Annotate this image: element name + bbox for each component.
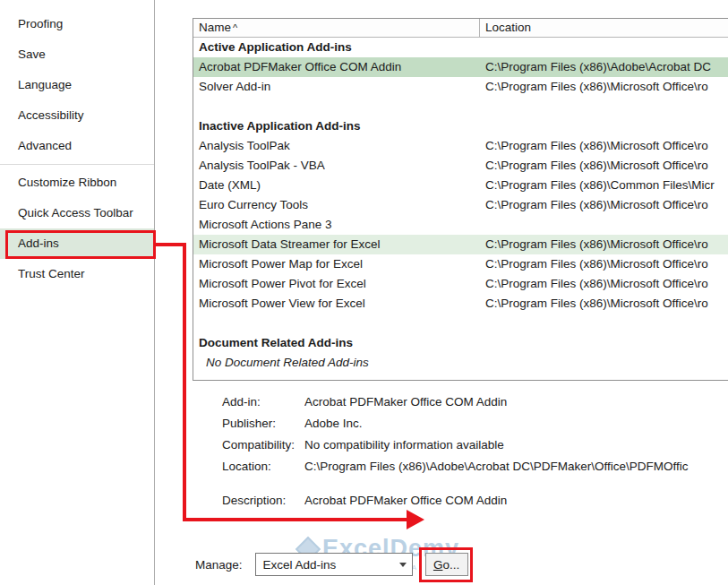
detail-value: Acrobat PDFMaker Office COM Addin: [304, 394, 724, 410]
detail-label: Compatibility:: [222, 437, 304, 453]
detail-label: Description:: [222, 493, 304, 509]
addin-row[interactable]: Acrobat PDFMaker Office COM AddinC:\Prog…: [193, 57, 728, 77]
addin-row[interactable]: Microsoft Actions Pane 3: [193, 215, 728, 235]
sidebar-item-accessibility[interactable]: Accessibility: [0, 100, 154, 131]
detail-value: C:\Program Files (x86)\Adobe\Acrobat DC\…: [304, 459, 724, 475]
blank-row: [193, 97, 728, 116]
manage-dropdown[interactable]: Excel Add-ins: [255, 553, 413, 576]
detail-label: Add-in:: [222, 394, 304, 410]
addins-pane: Name^ Location Active Application Add-in…: [156, 0, 728, 585]
manage-label: Manage:: [195, 558, 243, 572]
detail-row: Publisher:Adobe Inc.: [222, 416, 724, 432]
addin-row[interactable]: Date (XML)C:\Program Files (x86)\Common …: [193, 176, 728, 195]
section-row: Active Application Add-ins: [193, 38, 728, 57]
addin-row[interactable]: Euro Currency ToolsC:\Program Files (x86…: [193, 195, 728, 215]
sidebar-separator: [0, 164, 154, 165]
manage-row: Manage: Excel Add-ins Go...: [195, 553, 468, 576]
addin-row[interactable]: Microsoft Power View for ExcelC:\Program…: [193, 294, 728, 314]
go-button-label: o...: [442, 558, 459, 572]
addin-details: Add-in:Acrobat PDFMaker Office COM Addin…: [222, 394, 724, 514]
manage-dropdown-value: Excel Add-ins: [263, 558, 337, 572]
list-header: Name^ Location: [193, 19, 728, 38]
detail-label: Location:: [222, 459, 304, 475]
section-row: Document Related Add-ins: [193, 333, 728, 353]
addin-row[interactable]: Solver Add-inC:\Program Files (x86)\Micr…: [193, 77, 728, 97]
addin-row[interactable]: Analysis ToolPakC:\Program Files (x86)\M…: [193, 136, 728, 156]
sort-ascending-icon: ^: [233, 22, 237, 33]
sidebar-item-language[interactable]: Language: [0, 70, 154, 100]
sidebar-item-trust-center[interactable]: Trust Center: [0, 259, 154, 289]
detail-value: No compatibility information available: [304, 437, 724, 453]
detail-row: Description:Acrobat PDFMaker Office COM …: [222, 493, 724, 509]
detail-value: Adobe Inc.: [304, 416, 724, 432]
detail-label: Publisher:: [222, 416, 304, 432]
options-sidebar: Proofing Save Language Accessibility Adv…: [0, 0, 155, 585]
sidebar-item-save[interactable]: Save: [0, 39, 154, 70]
column-header-name[interactable]: Name^: [193, 19, 480, 37]
blank-row: [193, 314, 728, 333]
addins-list: Name^ Location Active Application Add-in…: [193, 18, 728, 381]
sidebar-item-customize-ribbon[interactable]: Customize Ribbon: [0, 168, 154, 198]
detail-value: Acrobat PDFMaker Office COM Addin: [304, 493, 724, 509]
go-button-accel: G: [433, 558, 443, 572]
column-header-location[interactable]: Location: [480, 19, 728, 37]
detail-row: Compatibility:No compatibility informati…: [222, 437, 724, 453]
section-row: Inactive Application Add-ins: [193, 116, 728, 136]
column-header-name-label: Name: [199, 21, 231, 34]
detail-row: Location:C:\Program Files (x86)\Adobe\Ac…: [222, 459, 724, 475]
addin-row[interactable]: Microsoft Power Map for ExcelC:\Program …: [193, 254, 728, 274]
addin-row[interactable]: Microsoft Power Pivot for ExcelC:\Progra…: [193, 274, 728, 294]
detail-row: Add-in:Acrobat PDFMaker Office COM Addin: [222, 394, 724, 410]
addin-row[interactable]: Microsoft Data Streamer for ExcelC:\Prog…: [193, 235, 728, 254]
dropdown-arrow-button[interactable]: [395, 555, 411, 574]
go-button[interactable]: Go...: [425, 553, 468, 576]
chevron-down-icon: [399, 563, 407, 567]
sidebar-item-proofing[interactable]: Proofing: [0, 9, 154, 39]
sidebar-item-quick-access-toolbar[interactable]: Quick Access Toolbar: [0, 198, 154, 228]
sidebar-item-add-ins[interactable]: Add-ins: [0, 228, 154, 259]
note-row: No Document Related Add-ins: [193, 353, 728, 373]
sidebar-item-advanced[interactable]: Advanced: [0, 131, 154, 161]
addin-row[interactable]: Analysis ToolPak - VBAC:\Program Files (…: [193, 156, 728, 176]
